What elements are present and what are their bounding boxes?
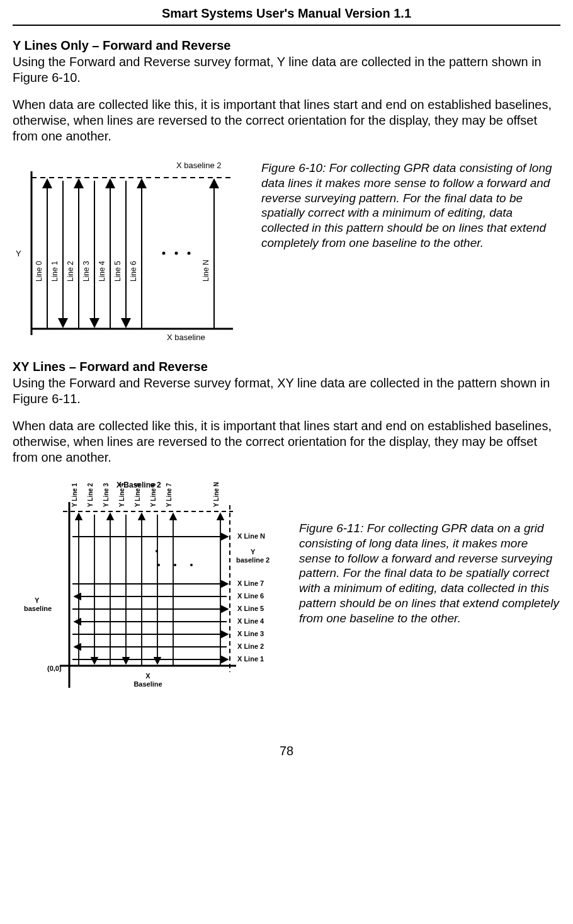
svg-point-35 — [157, 564, 160, 566]
fig2-xline7: X Line 7 — [237, 579, 264, 587]
section2-para2: When data are collected like this, it is… — [13, 418, 560, 465]
fig1-lineN: Line N — [201, 260, 210, 282]
svg-point-36 — [174, 564, 176, 566]
fig1-caption: Figure 6-10: For collecting GPR data con… — [261, 156, 560, 251]
fig1-top-baseline-label: X baseline 2 — [176, 161, 222, 170]
figure-6-10: X baseline 2 X baseline Y — [13, 156, 246, 347]
fig2-xline6: X Line 6 — [237, 592, 264, 600]
section2-title: XY Lines – Forward and Reverse — [13, 360, 560, 374]
fig1-line6: Line 6 — [129, 261, 138, 282]
fig1-line1: Line 1 — [50, 261, 59, 282]
fig2-y-baseline-l1: Y — [35, 596, 40, 604]
fig2-yline4: Y Line 4 — [118, 482, 125, 507]
section2-para1: Using the Forward and Reverse survey for… — [13, 375, 560, 407]
section1-para1: Using the Forward and Reverse survey for… — [13, 54, 560, 86]
fig2-xlineN: X Line N — [237, 532, 265, 540]
fig2-xline1: X Line 1 — [237, 655, 264, 663]
fig1-line2: Line 2 — [66, 261, 75, 282]
svg-point-37 — [190, 564, 193, 566]
svg-point-13 — [188, 252, 191, 255]
fig2-origin: (0,0) — [47, 664, 62, 672]
fig2-y-baseline-l2: baseline — [24, 605, 52, 612]
fig1-bottom-baseline-label: X baseline — [167, 333, 205, 342]
fig2-yline3: Y Line 3 — [103, 482, 110, 507]
fig1-line3: Line 3 — [82, 261, 91, 282]
fig2-yline2: Y Line 2 — [87, 482, 94, 507]
fig1-line4: Line 4 — [98, 261, 106, 282]
svg-point-12 — [175, 252, 178, 255]
fig2-y-baseline2-l2: baseline 2 — [236, 556, 269, 564]
fig1-y-axis-label: Y — [16, 249, 21, 258]
fig1-line0: Line 0 — [35, 261, 43, 282]
document-header: Smart Systems User's Manual Version 1.1 — [13, 6, 560, 26]
fig2-yline1: Y Line 1 — [71, 482, 78, 507]
svg-point-34 — [156, 550, 158, 552]
figure-6-11: X Baseline 2 — [13, 477, 283, 706]
section1-title: Y Lines Only – Forward and Reverse — [13, 38, 560, 53]
fig2-xline2: X Line 2 — [237, 642, 264, 650]
page-number: 78 — [13, 744, 560, 758]
fig2-ylineN: Y Line N — [213, 482, 220, 507]
fig2-caption: Figure 6-11: For collecting GPR data on … — [299, 477, 560, 625]
fig2-xline5: X Line 5 — [237, 605, 264, 612]
fig2-yline7: Y Line 7 — [166, 482, 173, 507]
section1-para2: When data are collected like this, it is… — [13, 97, 560, 144]
fig2-x-baseline-l2: Baseline — [133, 680, 162, 688]
fig2-xline3: X Line 3 — [237, 630, 264, 637]
fig2-yline6: Y Line 6 — [150, 482, 157, 507]
fig2-yline5: Y Line 5 — [134, 482, 141, 507]
fig2-xline4: X Line 4 — [237, 617, 264, 625]
fig2-y-baseline2-l1: Y — [251, 548, 256, 556]
svg-point-11 — [162, 252, 166, 255]
fig1-line5: Line 5 — [113, 261, 122, 282]
fig2-x-baseline-l1: X — [145, 672, 150, 680]
